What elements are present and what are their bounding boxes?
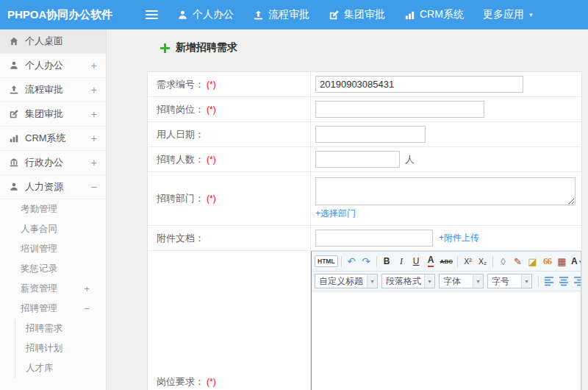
sidebar-item-recruit-plan[interactable]: 招聘计划 <box>15 338 106 358</box>
sidebar-item-attendance[interactable]: 考勤管理 <box>0 199 106 219</box>
bar-chart-icon <box>404 10 415 21</box>
italic-button[interactable]: I <box>395 254 409 269</box>
sidebar-item-label: 流程审批 <box>25 83 63 96</box>
sidebar-item-training[interactable]: 培训管理 <box>0 239 106 259</box>
field-label-cell: 附件文档： <box>148 226 311 250</box>
page-title: 新增招聘需求 <box>160 41 588 54</box>
nav-label: CRM系统 <box>420 8 464 21</box>
form-row-requirement: 岗位要求： (*) HTML ↶ ↷ B I <box>148 251 581 390</box>
toolbar-separator <box>538 276 539 287</box>
align-right-icon[interactable] <box>571 274 581 288</box>
topbar-nav: 个人办公 流程审批 集团审批 CRM系统 更多应用 ▾ <box>158 8 532 21</box>
bold-button[interactable]: B <box>380 254 394 269</box>
sidebar-item-personal-desktop[interactable]: 个人桌面 <box>0 29 106 54</box>
font-color-button[interactable]: A <box>424 254 438 269</box>
sidebar-item-admin-office[interactable]: 行政办公 + <box>0 151 106 175</box>
field-value-cell: HTML ↶ ↷ B I U A ABC X² X₂ <box>311 251 581 390</box>
person-icon <box>9 182 19 192</box>
underline-button[interactable]: U <box>409 254 423 269</box>
home-icon <box>9 36 19 46</box>
insert-date-button[interactable]: ▦ <box>555 254 569 269</box>
align-left-icon[interactable] <box>542 274 556 288</box>
nav-item-personal-office[interactable]: 个人办公 <box>177 8 234 21</box>
nav-item-more-apps[interactable]: 更多应用 ▾ <box>483 8 533 21</box>
form-row-position: 招聘岗位： (*) <box>148 97 581 122</box>
sidebar-item-label: 考勤管理 <box>21 203 57 216</box>
form-row-date: 用人日期： <box>148 122 581 147</box>
sidebar-item-label: 人事合同 <box>21 223 57 235</box>
field-label-cell: 招聘人数： (*) <box>148 147 311 171</box>
sidebar-item-salary[interactable]: 薪资管理 + <box>0 279 106 299</box>
rich-text-editor: HTML ↶ ↷ B I U A ABC X² X₂ <box>311 251 581 390</box>
undo-icon[interactable]: ↶ <box>345 254 359 269</box>
sidebar-item-hr[interactable]: 人力资源 − <box>0 175 106 199</box>
requirement-editor-body[interactable] <box>312 291 581 390</box>
custom-title-select[interactable]: 自定义标题 ▾ <box>315 274 378 288</box>
remove-format-button[interactable]: ◊ <box>496 254 510 269</box>
count-input[interactable] <box>315 151 400 168</box>
select-dept-link[interactable]: +选择部门 <box>315 208 356 220</box>
field-label-cell: 招聘部门： (*) <box>148 172 311 225</box>
nav-item-workflow-approval[interactable]: 流程审批 <box>253 8 309 21</box>
redo-icon[interactable]: ↷ <box>359 254 373 269</box>
building-icon <box>9 157 19 168</box>
field-label-cell: 岗位要求： (*) <box>148 251 311 390</box>
edit-approve-icon <box>329 10 340 21</box>
menu-icon[interactable] <box>146 8 158 21</box>
font-color-dropdown[interactable]: A▾ <box>570 254 581 269</box>
sidebar-item-recruit-demand[interactable]: 招聘需求 <box>15 319 106 338</box>
attachment-input[interactable] <box>315 230 433 247</box>
expand-plus-icon: + <box>84 283 90 294</box>
nav-label: 个人办公 <box>193 8 234 21</box>
upload-attachment-link[interactable]: +附件上传 <box>439 232 479 244</box>
nav-item-group-approval[interactable]: 集团审批 <box>329 8 385 21</box>
expand-plus-icon: + <box>91 60 97 71</box>
chevron-down-icon: ▾ <box>529 11 533 18</box>
format-brush-button[interactable]: ✎ <box>511 254 525 269</box>
sidebar-item-rewards[interactable]: 奖惩记录 <box>0 259 106 279</box>
font-family-select[interactable]: 字体 ▾ <box>439 274 484 288</box>
person-icon <box>177 10 188 21</box>
sidebar-item-label: 薪资管理 <box>21 283 57 295</box>
sidebar-item-personal-office[interactable]: 个人办公 + <box>0 54 106 78</box>
superscript-button[interactable]: X² <box>461 254 475 269</box>
chevron-down-icon: ▾ <box>424 274 434 288</box>
blockquote-button[interactable]: 66 <box>540 254 554 269</box>
collapse-minus-icon: − <box>84 303 90 314</box>
source-code-button[interactable]: HTML <box>315 255 338 267</box>
bar-chart-icon <box>9 133 19 143</box>
date-input[interactable] <box>315 126 426 143</box>
editor-toolbar-row2: 自定义标题 ▾ 段落格式 ▾ 字体 ▾ <box>312 272 581 291</box>
select-value: 字号 <box>488 275 512 288</box>
font-color-glyph: A <box>428 255 434 266</box>
req-no-input[interactable] <box>315 76 523 93</box>
font-size-select[interactable]: 字号 ▾ <box>487 274 532 288</box>
sidebar-item-crm[interactable]: CRM系统 + <box>0 127 106 151</box>
align-center-icon[interactable] <box>556 274 570 288</box>
field-value-cell <box>311 72 581 96</box>
chevron-down-icon: ▾ <box>521 274 531 288</box>
field-label: 需求编号： <box>157 78 204 91</box>
field-value-cell: 人 <box>311 147 581 171</box>
sidebar: 个人桌面 个人办公 + 流程审批 + 集团审批 + <box>0 29 107 390</box>
sidebar-item-workflow-approval[interactable]: 流程审批 + <box>0 78 106 102</box>
green-plus-icon <box>160 43 170 53</box>
topbar: PHPOA协同办公软件 个人办公 流程审批 集团审批 CRM系统 <box>0 0 588 29</box>
strikethrough-button[interactable]: ABC <box>439 254 454 269</box>
sidebar-item-hr-contract[interactable]: 人事合同 <box>0 219 106 239</box>
field-value-cell <box>311 97 581 121</box>
paragraph-format-select[interactable]: 段落格式 ▾ <box>381 274 435 288</box>
required-mark: (*) <box>207 377 216 387</box>
sidebar-item-talent-pool[interactable]: 人才库 <box>15 358 106 378</box>
field-label-cell: 需求编号： (*) <box>148 72 311 96</box>
highlight-color-button[interactable]: ◪ <box>526 254 539 269</box>
dept-textarea[interactable] <box>315 177 576 205</box>
sidebar-item-label: 人才库 <box>26 362 54 375</box>
sidebar-item-group-approval[interactable]: 集团审批 + <box>0 102 106 127</box>
sidebar-item-label: 行政办公 <box>25 156 63 169</box>
subscript-button[interactable]: X₂ <box>476 254 490 269</box>
nav-label: 集团审批 <box>344 8 385 21</box>
sidebar-item-recruit-mgmt[interactable]: 招聘管理 − <box>0 299 106 319</box>
nav-item-crm[interactable]: CRM系统 <box>404 8 464 21</box>
position-input[interactable] <box>315 101 484 118</box>
